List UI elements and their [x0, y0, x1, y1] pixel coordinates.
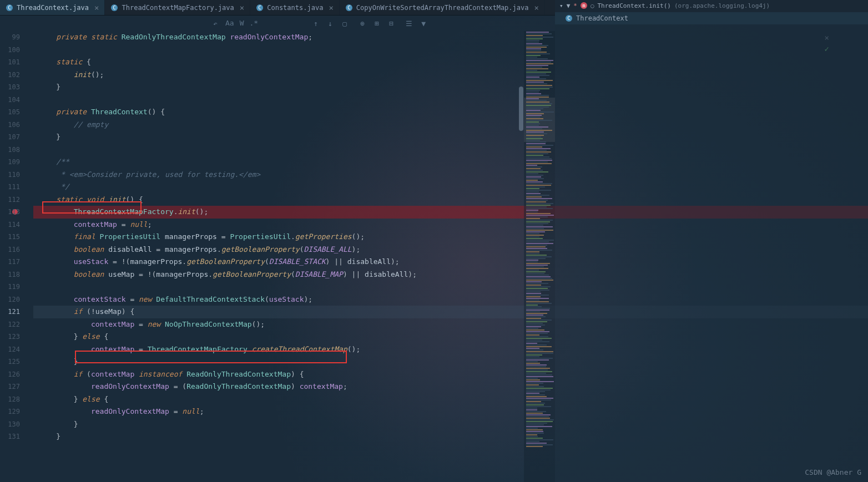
tab-constants[interactable]: C Constants.java × — [250, 0, 340, 15]
close-icon[interactable]: × — [329, 3, 333, 12]
structure-panel: ▾ ▼ * m ○ ThreadContext.init() (org.apac… — [555, 0, 868, 482]
minimap-line — [526, 329, 544, 331]
minimap-line — [526, 97, 549, 98]
minimap-line — [526, 399, 551, 400]
remove-occurrences-icon[interactable]: ⊟ — [387, 19, 396, 28]
minimap-line — [526, 143, 546, 144]
minimap-line — [526, 414, 551, 415]
scrollbar-thumb[interactable] — [519, 87, 523, 131]
tab-threadcontextmapfactory[interactable]: C ThreadContextMapFactory.java × — [105, 0, 250, 15]
select-occurrences-icon[interactable]: ⊞ — [372, 19, 381, 28]
minimap-line — [526, 240, 554, 241]
minimap-line — [526, 82, 544, 83]
minimap-line — [526, 98, 539, 99]
minimap-line — [526, 358, 553, 359]
fold-column[interactable] — [24, 31, 33, 482]
select-all-icon[interactable]: ▢ — [340, 19, 349, 28]
line-number: 126 — [0, 368, 20, 381]
breadcrumb-package: (org.apache.logging.log4j) — [674, 2, 770, 9]
back-icon[interactable]: ↶ — [211, 19, 220, 28]
minimap-line — [526, 326, 541, 327]
close-icon[interactable]: × — [240, 3, 244, 12]
expand-icon[interactable]: ▼ — [567, 2, 571, 9]
minimap-line — [526, 248, 547, 249]
minimap-line — [526, 296, 541, 297]
minimap-line — [526, 72, 551, 73]
minimap-line — [526, 391, 545, 392]
minimap-line — [526, 181, 543, 182]
close-icon[interactable]: × — [534, 3, 538, 12]
java-class-icon: C — [110, 4, 118, 12]
arrow-up-icon[interactable]: ↑ — [311, 19, 320, 28]
minimap-line — [526, 366, 546, 367]
minimap-line — [526, 298, 549, 299]
minimap-line — [526, 33, 552, 34]
line-number: 100 — [0, 44, 20, 57]
minimap-line — [526, 398, 553, 399]
minimap-line — [526, 73, 546, 74]
line-number: 104 — [0, 94, 20, 106]
minimap-line — [526, 153, 548, 154]
minimap-line — [526, 446, 543, 447]
minimap-line — [526, 53, 550, 54]
minimap-line — [526, 401, 541, 402]
line-number: 113 — [0, 206, 20, 219]
minimap-line — [526, 146, 542, 148]
minimap-line — [526, 246, 546, 247]
case-sensitive-toggle[interactable]: Aa — [225, 19, 234, 28]
collapse-icon[interactable]: ▾ — [559, 2, 563, 9]
minimap-line — [526, 301, 549, 302]
structure-breadcrumb[interactable]: ▾ ▼ * m ○ ThreadContext.init() (org.apac… — [555, 0, 868, 11]
minimap-line — [526, 393, 539, 394]
minimap[interactable] — [524, 31, 555, 482]
minimap-line — [526, 318, 541, 319]
line-numbers: 9910010110210310410510610710810911011111… — [0, 31, 24, 482]
minimap-line — [526, 429, 543, 430]
minimap-line — [526, 261, 538, 262]
line-number: 131 — [0, 430, 20, 443]
minimap-line — [526, 278, 552, 279]
close-icon[interactable]: × — [94, 3, 99, 12]
minimap-line — [526, 163, 552, 164]
minimap-line — [526, 436, 538, 437]
line-number: 102 — [0, 69, 20, 82]
minimap-line — [526, 280, 553, 281]
add-selection-icon[interactable]: ⊕ — [358, 19, 367, 28]
minimap-line — [526, 32, 549, 33]
regex-toggle[interactable]: .* — [249, 19, 258, 28]
minimap-line — [526, 251, 539, 252]
minimap-line — [526, 186, 545, 187]
structure-class-item[interactable]: C ThreadContext — [555, 12, 868, 24]
minimap-line — [526, 90, 540, 91]
filter-icon[interactable]: ▼ — [419, 19, 428, 28]
minimap-line — [526, 426, 552, 427]
minimap-line — [526, 348, 539, 349]
minimap-line — [526, 85, 552, 86]
settings-icon[interactable]: ☰ — [405, 19, 413, 28]
java-class-icon: C — [6, 4, 13, 12]
minimap-line — [526, 281, 542, 282]
minimap-line — [526, 102, 549, 103]
minimap-line — [526, 140, 540, 141]
word-toggle[interactable]: W — [240, 19, 244, 28]
minimap-line — [526, 363, 540, 364]
scrollbar[interactable] — [518, 31, 524, 482]
minimap-line — [526, 63, 553, 64]
svg-text:C: C — [113, 5, 116, 11]
minimap-line — [526, 190, 551, 191]
tab-label: CopyOnWriteSortedArrayThreadContextMap.j… — [356, 4, 529, 12]
minimap-line — [526, 324, 545, 326]
minimap-line — [526, 78, 546, 79]
minimap-line — [526, 166, 542, 168]
minimap-line — [526, 145, 553, 146]
line-number: 101 — [0, 56, 20, 69]
minimap-line — [526, 38, 543, 39]
arrow-down-icon[interactable]: ↓ — [326, 19, 335, 28]
tab-copyonwrite[interactable]: C CopyOnWriteSortedArrayThreadContextMap… — [340, 0, 545, 15]
favorite-icon[interactable]: * — [573, 2, 577, 9]
minimap-line — [526, 275, 549, 276]
minimap-line — [526, 265, 548, 266]
minimap-line — [526, 418, 550, 419]
minimap-line — [526, 394, 545, 395]
tab-threadcontext[interactable]: C ThreadContext.java × — [0, 0, 105, 15]
